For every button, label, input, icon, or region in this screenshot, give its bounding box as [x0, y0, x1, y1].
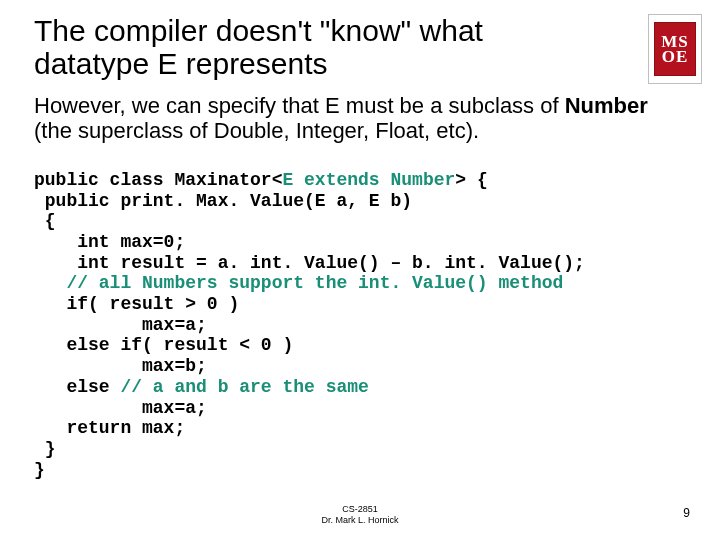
code-l11b: // a and b are the same: [120, 377, 368, 397]
code-l11a: else: [34, 377, 120, 397]
code-l8: max=a;: [34, 315, 207, 335]
logo-line-2: OE: [662, 49, 689, 64]
code-l6a: [34, 273, 66, 293]
code-l9: else if( result < 0 ): [34, 335, 293, 355]
code-l3: {: [34, 211, 56, 231]
slide-title: The compiler doesn't "know" what datatyp…: [34, 14, 594, 80]
subtitle-part-1: However, we can specify that E must be a…: [34, 93, 565, 118]
slide-subtitle: However, we can specify that E must be a…: [34, 94, 674, 143]
footer-author: Dr. Mark L. Hornick: [0, 515, 720, 526]
code-l12: max=a;: [34, 398, 207, 418]
footer-course: CS-2851: [0, 504, 720, 515]
code-l15: }: [34, 460, 45, 480]
code-block: public class Maxinator<E extends Number>…: [34, 149, 686, 480]
subtitle-bold: Number: [565, 93, 648, 118]
code-l4: int max=0;: [34, 232, 185, 252]
code-l1c: > {: [455, 170, 487, 190]
code-l2: public print. Max. Value(E a, E b): [34, 191, 412, 211]
code-l1a: public class Maxinator<: [34, 170, 282, 190]
logo-box: MS OE: [654, 22, 696, 76]
code-l14: }: [34, 439, 56, 459]
code-l10: max=b;: [34, 356, 207, 376]
code-l7: if( result > 0 ): [34, 294, 239, 314]
code-l6b: // all Numbers support the int. Value() …: [66, 273, 563, 293]
slide-footer: CS-2851 Dr. Mark L. Hornick: [0, 504, 720, 526]
code-l13: return max;: [34, 418, 185, 438]
page-number: 9: [683, 506, 690, 520]
code-l5: int result = a. int. Value() – b. int. V…: [34, 253, 585, 273]
code-l1b: E extends Number: [282, 170, 455, 190]
subtitle-part-2: (the superclass of Double, Integer, Floa…: [34, 118, 479, 143]
institution-logo: MS OE: [648, 14, 702, 84]
